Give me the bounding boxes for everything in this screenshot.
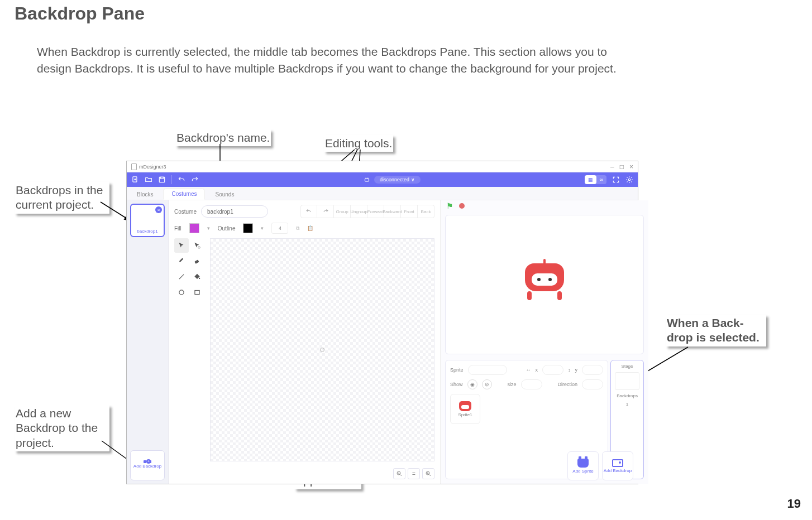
circle-tool-icon[interactable] (174, 285, 189, 300)
ungroup-button[interactable]: Ungroup (351, 205, 367, 218)
x-input[interactable] (542, 365, 563, 375)
callout-editing-tools: Editing tools. (324, 135, 393, 152)
front-button[interactable]: Front (401, 205, 418, 218)
minimize-icon[interactable]: – (610, 163, 614, 171)
x-label: x (536, 367, 538, 373)
copy-icon[interactable]: ⧉ (296, 225, 299, 232)
show-eye-icon[interactable]: ◉ (467, 379, 477, 389)
callout-backdrops-list: Backdrops in the current project. (15, 182, 109, 214)
undo-button[interactable] (300, 205, 317, 218)
redo-icon[interactable] (191, 176, 199, 184)
svg-point-16 (199, 278, 200, 279)
backward-button[interactable]: Backward (384, 205, 401, 218)
thumb-label: backdrop1 (137, 229, 157, 234)
delete-thumb-icon[interactable]: × (155, 206, 162, 213)
svg-rect-10 (161, 177, 164, 179)
tab-sounds[interactable]: Sounds (207, 189, 242, 200)
line-tool-icon[interactable] (174, 269, 189, 284)
fill-swatch[interactable] (189, 223, 199, 233)
stage-panel-title: Stage (622, 364, 633, 369)
tab-costumes[interactable]: Costumes (163, 188, 205, 200)
callout-when-selected: When a Back-drop is selected. (666, 315, 766, 346)
undo-icon[interactable] (178, 176, 185, 184)
y-input[interactable] (582, 365, 603, 375)
svg-rect-9 (159, 177, 164, 182)
add-backdrop-button-right[interactable]: Add Backdrop (602, 451, 633, 480)
editor-tabs: Blocks Costumes Sounds (127, 187, 638, 200)
callout-add-backdrop: Add a new Backdrop to the project. (15, 405, 109, 451)
stroke-width-input[interactable] (271, 223, 288, 234)
code-view-icon[interactable]: ∞ (596, 175, 606, 184)
backdrop-thumb[interactable]: × backdrop1 (130, 204, 165, 237)
callout-backdrop-name: Backdrop's name. (175, 129, 271, 146)
drawing-canvas[interactable] (210, 238, 434, 461)
sprite-name-input[interactable] (468, 365, 507, 375)
image-icon (612, 459, 623, 467)
outline-swatch[interactable] (243, 223, 253, 233)
canvas-center-icon (320, 348, 324, 352)
paste-icon[interactable]: 📋 (307, 225, 313, 231)
sprite-card-label: Sprite1 (458, 412, 472, 417)
tool-palette (174, 238, 204, 461)
stage-panel-sub: Backdrops (617, 393, 638, 398)
add-backdrop-label-right: Add Backdrop (604, 468, 632, 473)
show-label: Show (450, 382, 463, 387)
y-label: y (575, 367, 578, 373)
svg-line-23 (429, 475, 431, 476)
add-backdrop-button[interactable]: + Add Backdrop (130, 450, 165, 480)
view-mode-toggle[interactable]: ▦ ∞ (585, 175, 606, 184)
open-folder-icon[interactable] (145, 176, 152, 184)
back-button[interactable]: Back (418, 205, 434, 218)
hide-eye-icon[interactable]: ⊘ (482, 379, 492, 389)
costume-name-input[interactable] (201, 205, 268, 218)
redo-button[interactable] (317, 205, 334, 218)
add-sprite-label: Add Sprite (572, 469, 593, 474)
fill-label: Fill (174, 225, 181, 232)
brush-tool-icon[interactable] (174, 254, 189, 268)
maximize-icon[interactable]: □ (620, 163, 624, 171)
stage-column: ⚑ Sprite ↔ x (440, 200, 648, 484)
size-input[interactable] (521, 379, 542, 389)
fullscreen-icon[interactable] (612, 176, 620, 184)
outline-label: Outline (218, 225, 236, 232)
close-icon[interactable]: × (629, 163, 633, 171)
costume-label: Costume (174, 209, 197, 215)
group-button[interactable]: Group (334, 205, 351, 218)
eraser-tool-icon[interactable] (190, 254, 204, 268)
save-icon[interactable] (158, 176, 166, 184)
stage-thumb (615, 372, 639, 390)
green-flag-icon[interactable]: ⚑ (446, 201, 453, 210)
rect-tool-icon[interactable] (190, 285, 204, 300)
sprite-card[interactable]: Sprite1 (450, 394, 480, 424)
new-file-icon[interactable] (131, 176, 139, 184)
sprite-robot-icon (525, 263, 564, 297)
stage-panel-count: 1 (626, 402, 628, 407)
svg-rect-18 (195, 291, 199, 295)
select-tool-icon[interactable] (174, 238, 189, 253)
zoom-out-button[interactable] (393, 468, 405, 479)
fill-outline-row: Fill ▾ Outline ▾ ⧉ 📋 (174, 223, 434, 234)
stop-icon[interactable] (459, 203, 465, 209)
grid-view-icon[interactable]: ▦ (585, 175, 596, 184)
svg-point-17 (179, 290, 184, 295)
zoom-controls: = (174, 466, 434, 479)
app-window: mDesigner3 – □ × (126, 161, 638, 484)
app-toolbar: disconnected ∨ ▦ ∞ (127, 172, 638, 187)
add-sprite-button[interactable]: Add Sprite (567, 451, 599, 480)
stage-preview (445, 215, 644, 354)
reshape-tool-icon[interactable] (190, 238, 204, 253)
zoom-reset-button[interactable]: = (408, 468, 420, 479)
intro-paragraph: When Backdrop is currently selected, the… (37, 44, 623, 78)
settings-icon[interactable] (625, 176, 633, 184)
direction-input[interactable] (582, 379, 603, 389)
svg-rect-14 (194, 259, 199, 264)
connect-icon (363, 176, 371, 184)
forward-button[interactable]: Forward (367, 205, 384, 218)
window-titlebar: mDesigner3 – □ × (127, 161, 638, 172)
tab-blocks[interactable]: Blocks (129, 189, 161, 200)
zoom-in-button[interactable] (422, 468, 434, 479)
connection-status[interactable]: disconnected ∨ (374, 176, 421, 184)
svg-line-20 (400, 475, 402, 476)
svg-line-15 (179, 275, 184, 279)
fill-tool-icon[interactable] (190, 269, 204, 284)
